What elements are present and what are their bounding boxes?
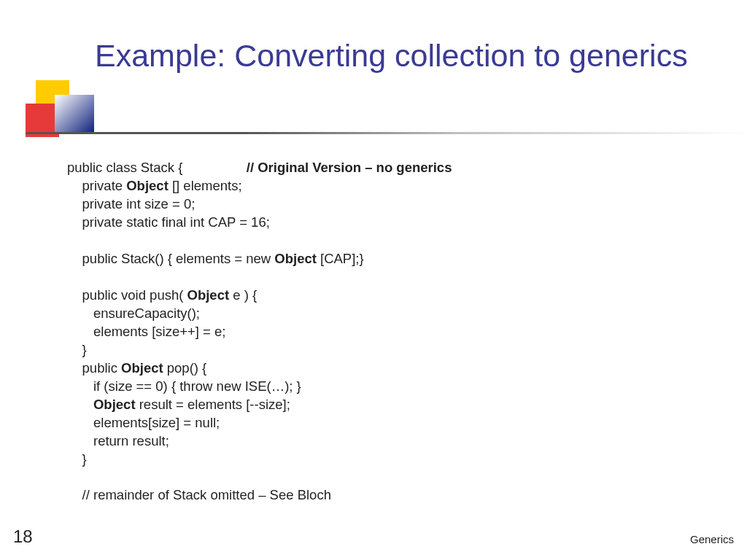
code-line: return result; [67, 432, 718, 451]
code-line: if (size == 0) { throw new ISE(…); } [67, 378, 718, 396]
code-line: // remainder of Stack omitted – See Bloc… [67, 486, 718, 505]
t: if (size == 0) { throw new ISE(…); } [67, 378, 301, 394]
t: } [67, 451, 87, 467]
t: Object [93, 397, 136, 412]
code-line [67, 468, 718, 486]
code-line: public Object pop() { [67, 359, 718, 378]
code-line: private int size = 0; [67, 195, 718, 214]
t: // remainder of Stack omitted – See Bloc… [67, 487, 331, 502]
t: public [67, 360, 121, 376]
code-body: public class Stack { // Original Version… [67, 159, 718, 505]
t: public class Stack { [67, 160, 182, 175]
code-line: public class Stack { // Original Version… [67, 159, 718, 177]
t: [] elements; [169, 178, 242, 193]
title-wrap: Example: Converting collection to generi… [95, 36, 718, 76]
t: result = elements [--size]; [136, 397, 290, 412]
t: Object [121, 360, 163, 376]
t: Object [187, 287, 230, 303]
t: e ) { [229, 287, 257, 303]
title-underline [26, 132, 747, 134]
code-line: elements[size] = null; [67, 414, 718, 432]
code-line: public Stack() { elements = new Object [… [67, 250, 718, 268]
code-line: public void push( Object e ) { [67, 287, 718, 305]
code-line: private static final int CAP = 16; [67, 214, 718, 232]
t: ensureCapacity(); [67, 306, 200, 321]
code-line [67, 268, 718, 287]
svg-rect-2 [55, 95, 94, 134]
code-line: ensureCapacity(); [67, 305, 718, 323]
t: elements [size++] = e; [67, 324, 225, 339]
slide-number: 18 [13, 526, 33, 547]
t: pop() { [163, 360, 207, 376]
t: elements[size] = null; [67, 415, 220, 430]
code-line: private Object [] elements; [67, 177, 718, 195]
t: [CAP];} [317, 251, 364, 266]
t: // Original Version – no generics [247, 160, 452, 175]
t: return result; [67, 433, 169, 448]
code-line: } [67, 341, 718, 359]
t: Object [274, 251, 317, 266]
t: public void push( [67, 287, 187, 303]
slide: Example: Converting collection to generi… [0, 0, 747, 560]
code-line: elements [size++] = e; [67, 323, 718, 341]
code-line: Object result = elements [--size]; [67, 396, 718, 414]
t [67, 397, 93, 412]
decor-squares-icon [26, 80, 98, 139]
t: private static final int CAP = 16; [67, 214, 270, 230]
slide-title: Example: Converting collection to generi… [95, 36, 718, 76]
t: public Stack() { elements = new [67, 251, 274, 266]
footer-label: Generics [690, 533, 734, 545]
code-line [67, 232, 718, 250]
t: private int size = 0; [67, 196, 195, 211]
t: } [67, 342, 87, 357]
t: Object [126, 178, 169, 193]
t: private [67, 178, 126, 193]
code-line: } [67, 451, 718, 469]
